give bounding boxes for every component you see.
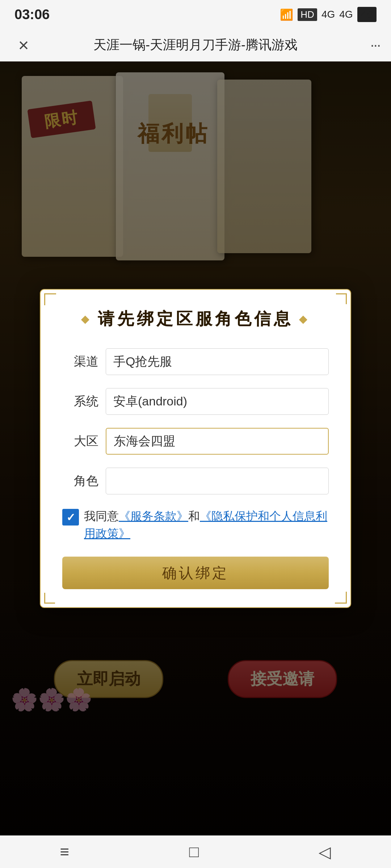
system-label: 系统 (62, 393, 98, 410)
agreement-row: ✓ 我同意《服务条款》和《隐私保护和个人信息利用政策》 (62, 507, 329, 542)
checkmark-icon: ✓ (66, 511, 75, 524)
title-diamond-left: ◆ (81, 313, 92, 325)
channel-row: 渠道 (62, 348, 329, 375)
corner-bl (44, 593, 55, 604)
more-button[interactable]: ··· (355, 37, 380, 53)
title-diamond-right: ◆ (299, 313, 310, 325)
bottom-nav: ≡ □ ◁ (0, 835, 391, 868)
region-label: 大区 (62, 433, 98, 450)
system-input[interactable] (106, 388, 329, 415)
corner-tr (336, 293, 347, 304)
dialog-title-text: 请先绑定区服角色信息 (98, 308, 293, 330)
character-input[interactable] (106, 468, 329, 494)
battery-icon: 48 (357, 7, 377, 22)
region-input[interactable] (106, 428, 329, 455)
signal-4g2-icon: 4G (339, 9, 353, 20)
menu-button[interactable]: ≡ (60, 843, 70, 861)
signal-4g-icon: 4G (321, 9, 335, 20)
character-row: 角色 (62, 468, 329, 494)
confirm-bind-button[interactable]: 确认绑定 (62, 557, 329, 589)
region-row: 大区 (62, 428, 329, 455)
channel-label: 渠道 (62, 353, 98, 370)
character-label: 角色 (62, 473, 98, 489)
status-bar: 03:06 📶 HD 4G 4G 48 (0, 0, 391, 29)
channel-input[interactable] (106, 348, 329, 375)
back-button[interactable]: ◁ (319, 843, 331, 861)
status-icons: 📶 HD 4G 4G 48 (280, 7, 377, 22)
content-area: 限时 福利帖 立即启动 接受邀请 🌸🌸🌸 ◆ 请先绑定区服角色信息 ◆ (0, 61, 391, 835)
dialog-title: ◆ 请先绑定区服角色信息 ◆ (62, 308, 329, 330)
wifi-icon: 📶 (280, 8, 293, 21)
agree-prefix: 我同意 (84, 510, 119, 523)
terms-link[interactable]: 《服务条款》 (119, 510, 188, 523)
status-time: 03:06 (14, 7, 50, 22)
agree-and: 和 (188, 510, 200, 523)
modal-overlay: ◆ 请先绑定区服角色信息 ◆ 渠道 系统 大区 角色 (0, 61, 391, 835)
page-title: 天涯一锅-天涯明月刀手游-腾讯游戏 (36, 36, 355, 54)
hd-icon: HD (298, 8, 317, 21)
nav-bar: × 天涯一锅-天涯明月刀手游-腾讯游戏 ··· (0, 29, 391, 61)
close-button[interactable]: × (11, 35, 36, 56)
bind-dialog: ◆ 请先绑定区服角色信息 ◆ 渠道 系统 大区 角色 (40, 289, 351, 608)
system-row: 系统 (62, 388, 329, 415)
agreement-text: 我同意《服务条款》和《隐私保护和个人信息利用政策》 (84, 507, 329, 542)
home-button[interactable]: □ (189, 843, 199, 861)
agreement-checkbox[interactable]: ✓ (62, 509, 79, 526)
